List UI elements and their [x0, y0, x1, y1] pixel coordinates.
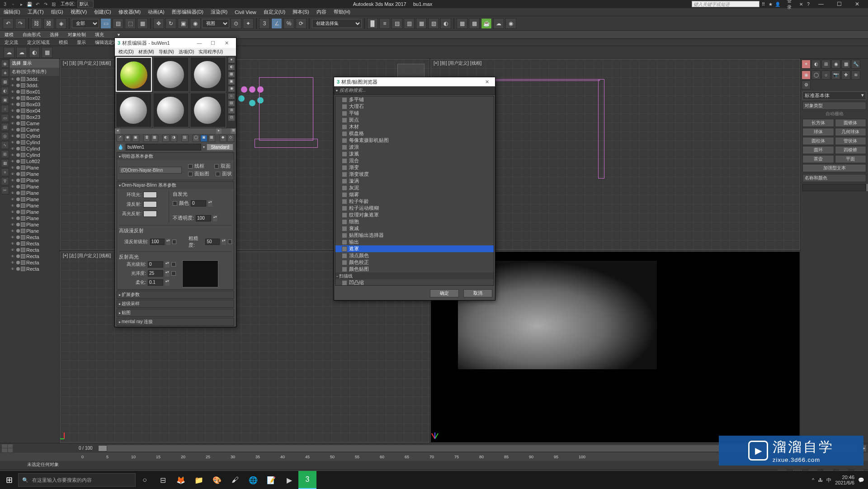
- autogrid-check[interactable]: 自动栅格: [802, 110, 866, 118]
- map-item[interactable]: 多平铺: [335, 96, 494, 103]
- se-tool[interactable]: ◈: [1, 69, 9, 77]
- list-item[interactable]: 👁Plane: [10, 228, 59, 234]
- mateditor-close[interactable]: ✕: [220, 40, 233, 46]
- map-item[interactable]: 泼溅: [335, 150, 494, 157]
- list-item[interactable]: 👁Recta: [10, 259, 59, 266]
- mateditor-titlebar[interactable]: 3 材质编辑器 - buWen1 — ☐ ✕: [115, 38, 236, 48]
- se-tool[interactable]: ◐: [1, 87, 9, 95]
- manip-button[interactable]: ✦: [243, 18, 254, 29]
- map-item[interactable]: 每像素摄影机贴图: [335, 137, 494, 144]
- tray-notif[interactable]: 💬: [858, 477, 864, 483]
- layer-button[interactable]: ▤: [392, 18, 402, 29]
- mapbrowser-close[interactable]: ✕: [481, 79, 492, 85]
- menu-modifiers[interactable]: 修改器(M): [115, 9, 145, 15]
- clock[interactable]: 20:462021/6/6: [835, 475, 854, 485]
- map-item[interactable]: 顶点颜色: [335, 252, 494, 259]
- align-button[interactable]: ≡: [379, 18, 390, 29]
- maximize-button[interactable]: ☐: [830, 0, 848, 8]
- spinnersnap-button[interactable]: ⟳: [296, 18, 307, 29]
- select-name-button[interactable]: ▤: [113, 18, 123, 29]
- list-item[interactable]: 👁Loft02: [10, 158, 59, 165]
- rendersetup-button[interactable]: ▦: [457, 18, 467, 29]
- rtool-3[interactable]: ◐: [29, 47, 40, 58]
- mapbrowser-titlebar[interactable]: 3 材质/贴图浏览器 ✕: [334, 77, 495, 86]
- list-item[interactable]: 👁Plane: [10, 215, 59, 221]
- mirror-button[interactable]: ▐▌: [367, 18, 378, 29]
- list-item[interactable]: 👁3ddd.: [10, 76, 59, 82]
- me-tb[interactable]: ◇: [227, 135, 234, 142]
- se-tool[interactable]: ▦: [1, 159, 9, 167]
- sub-light[interactable]: ☼: [821, 71, 830, 80]
- sub-regionflow[interactable]: 定义区域流: [27, 39, 50, 46]
- menu-help[interactable]: 帮助(H): [330, 9, 354, 15]
- primitive-button[interactable]: 圆锥体: [835, 119, 867, 127]
- minimize-button[interactable]: —: [812, 0, 830, 8]
- taskbar-search[interactable]: 🔍在这里输入你要搜索的内容: [18, 473, 136, 487]
- se-tool[interactable]: ◎: [1, 132, 9, 140]
- sample-slot[interactable]: [116, 57, 152, 92]
- map-item[interactable]: 贴图输出选择器: [335, 232, 494, 239]
- list-item[interactable]: 👁Box01: [10, 89, 59, 95]
- sample-slot[interactable]: [190, 57, 226, 92]
- explorer-sort[interactable]: 名称(按升序排序): [10, 68, 59, 76]
- task-explorer[interactable]: 📁: [190, 471, 208, 489]
- map-item[interactable]: 斑点: [335, 117, 494, 123]
- primitive-button[interactable]: 茶壶: [802, 155, 834, 163]
- primitive-button[interactable]: 四棱锥: [835, 146, 867, 154]
- task-cortana[interactable]: ○: [136, 471, 154, 489]
- se-tool[interactable]: ▭: [1, 114, 9, 122]
- menu-view[interactable]: 视图(V): [67, 9, 91, 15]
- diffuse-swatch[interactable]: [143, 201, 157, 207]
- me-tb[interactable]: ↗: [117, 135, 123, 142]
- menu-render[interactable]: 渲染(R): [207, 9, 231, 15]
- object-color[interactable]: [867, 184, 868, 191]
- task-firefox[interactable]: 🦊: [172, 471, 190, 489]
- rtool-2[interactable]: ☁: [16, 47, 27, 58]
- map-item[interactable]: 烟雾: [335, 191, 494, 198]
- ambient-swatch[interactable]: [143, 192, 157, 198]
- new-icon[interactable]: ▫: [10, 1, 16, 7]
- map-item[interactable]: 木材: [335, 123, 494, 130]
- se-tool[interactable]: ▤: [1, 123, 9, 131]
- primitive-button[interactable]: 管状体: [835, 137, 867, 145]
- primitive-button[interactable]: 圆环: [802, 146, 834, 154]
- mateditor-min[interactable]: —: [193, 40, 206, 46]
- sub-sim[interactable]: 模拟: [59, 39, 68, 46]
- ribbon-tab-freeform[interactable]: 自由形式: [23, 32, 41, 38]
- rtool-4[interactable]: ▦: [42, 47, 52, 58]
- sample-slot[interactable]: [153, 57, 189, 92]
- opacity-spin[interactable]: 100: [196, 215, 211, 221]
- se-tool[interactable]: ☼: [1, 105, 9, 113]
- se-tool[interactable]: ▣: [1, 96, 9, 104]
- mapbrowser-search[interactable]: 按名称搜索...: [334, 86, 495, 95]
- tab-modify[interactable]: ◐: [811, 60, 821, 69]
- menu-civil[interactable]: Civil View: [231, 9, 259, 15]
- task-app1[interactable]: 🎨: [208, 471, 226, 489]
- sub-display[interactable]: 显示: [77, 39, 86, 46]
- menu-create[interactable]: 创建(C): [90, 9, 114, 15]
- tab-utility[interactable]: 🔧: [851, 60, 860, 69]
- workspace-select[interactable]: 默认: [77, 0, 94, 8]
- matedit-button[interactable]: ◐: [440, 18, 451, 29]
- me-menu-mat[interactable]: 材质(M): [137, 49, 156, 55]
- list-item[interactable]: 👁Box04: [10, 108, 59, 114]
- schematic-button[interactable]: ▧: [428, 18, 439, 29]
- list-item[interactable]: 👁Plane: [10, 177, 59, 183]
- sample-tool[interactable]: ▤: [228, 100, 235, 107]
- list-item[interactable]: 👁Plane: [10, 190, 59, 196]
- list-item[interactable]: 👁Recta: [10, 234, 59, 240]
- undo-icon[interactable]: ↶: [34, 1, 41, 7]
- keying-icon[interactable]: ⠿: [760, 2, 767, 7]
- menu-graph[interactable]: 图形编辑器(D): [168, 9, 207, 15]
- refcoord-select[interactable]: 视图: [202, 19, 229, 28]
- render-button[interactable]: ☕: [481, 18, 492, 29]
- mapbrowser-list[interactable]: 多平铺大理石平铺斑点木材棋盘格每像素摄影机贴图波浪泼溅混合渐变渐变坡度漩涡灰泥烟…: [335, 96, 494, 286]
- prim-textplus[interactable]: 加强型文本: [802, 164, 866, 172]
- ribbon-tab-select[interactable]: 选择: [50, 32, 59, 38]
- pick-icon[interactable]: 💧: [118, 144, 124, 150]
- anglesnap-button[interactable]: ∠: [271, 18, 282, 29]
- user-icon[interactable]: 👤: [774, 2, 781, 7]
- map-item[interactable]: 细胞: [335, 218, 494, 225]
- slot-scroll[interactable]: ◂▸⊞: [115, 128, 236, 134]
- redo-button[interactable]: ↷: [15, 18, 26, 29]
